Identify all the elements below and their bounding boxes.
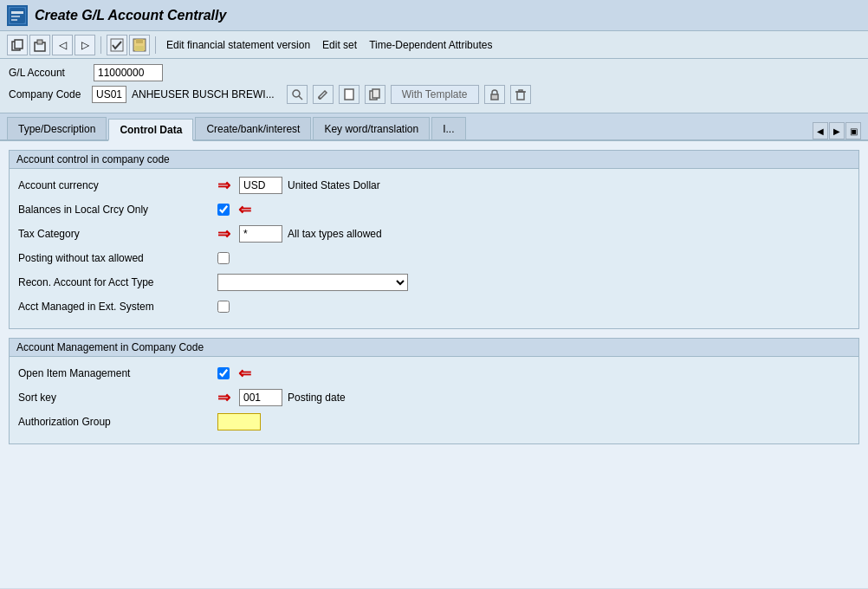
tabs-nav-left[interactable]: ◀	[813, 122, 828, 139]
posting-no-tax-checkbox[interactable]	[217, 252, 230, 264]
svg-rect-20	[517, 92, 524, 100]
svg-rect-10	[136, 39, 143, 43]
gl-account-input[interactable]	[94, 64, 163, 81]
svg-rect-19	[491, 94, 498, 100]
account-management-body: Open Item Management ⇐ Sort key ⇒ Postin…	[10, 357, 858, 443]
tabs-nav-menu[interactable]: ▣	[845, 122, 861, 139]
authorization-group-value	[217, 413, 261, 430]
currency-arrow-right: ⇒	[217, 176, 230, 195]
title-bar: Create G/L Account Centrally	[0, 0, 868, 31]
tabs-nav: ◀ ▶ ▣	[813, 122, 861, 139]
authorization-group-label: Authorization Group	[18, 416, 217, 428]
tab-create-bank-interest[interactable]: Create/bank/interest	[195, 117, 311, 139]
tax-category-input[interactable]	[239, 225, 282, 243]
account-control-section: Account control in company code Account …	[9, 150, 859, 329]
currency-description: United States Dollar	[288, 179, 380, 191]
company-name: ANHEUSER BUSCH BREWI...	[132, 88, 275, 100]
account-management-title: Account Management in Company Code	[10, 339, 858, 357]
recon-account-label: Recon. Account for Acct Type	[18, 276, 217, 288]
authorization-group-row: Authorization Group	[18, 412, 850, 431]
balances-value: ⇐	[217, 200, 251, 219]
open-item-arrow-left: ⇐	[238, 364, 251, 383]
currency-input[interactable]	[239, 177, 282, 194]
svg-point-12	[293, 90, 300, 97]
authorization-group-input[interactable]	[217, 413, 261, 430]
sort-key-arrow-right: ⇒	[217, 388, 230, 407]
sort-key-input[interactable]	[239, 389, 282, 406]
save-btn[interactable]	[129, 35, 150, 55]
account-currency-value: ⇒ United States Dollar	[217, 176, 380, 195]
acct-managed-checkbox[interactable]	[217, 301, 230, 313]
paste-btn[interactable]	[29, 35, 50, 55]
tab-i[interactable]: I...	[431, 117, 465, 139]
redo-btn[interactable]: ▷	[74, 35, 95, 55]
svg-rect-7	[37, 40, 42, 44]
balances-arrow-left: ⇐	[238, 200, 251, 219]
svg-rect-16	[345, 89, 353, 100]
company-code-input[interactable]	[92, 86, 126, 103]
tabs-bar: Type/Description Control Data Create/ban…	[0, 113, 868, 141]
sort-key-label: Sort key	[18, 392, 217, 404]
tab-type-description[interactable]: Type/Description	[7, 117, 107, 139]
account-currency-row: Account currency ⇒ United States Dollar	[18, 176, 850, 195]
time-dependent-btn[interactable]: Time-Dependent Attributes	[364, 37, 497, 53]
gl-account-row: G/L Account	[9, 64, 859, 81]
acct-managed-label: Acct Managed in Ext. System	[18, 301, 217, 313]
account-control-body: Account currency ⇒ United States Dollar …	[10, 169, 858, 328]
check-btn[interactable]	[107, 35, 127, 55]
account-control-title: Account control in company code	[10, 151, 858, 169]
tabs-nav-right[interactable]: ▶	[829, 122, 845, 139]
acct-managed-value	[217, 301, 230, 313]
edit-set-btn[interactable]: Edit set	[317, 37, 362, 53]
sort-key-description: Posting date	[288, 392, 346, 404]
with-template-btn[interactable]: With Template	[391, 85, 479, 104]
lock-btn[interactable]	[484, 85, 505, 104]
account-management-section: Account Management in Company Code Open …	[9, 338, 859, 444]
copy-btn[interactable]	[7, 35, 28, 55]
tax-arrow-right: ⇒	[217, 224, 230, 243]
edit-financial-btn[interactable]: Edit financial statement version	[161, 37, 315, 53]
tax-category-value: ⇒ All tax types allowed	[217, 224, 382, 243]
app-icon	[7, 5, 28, 26]
balances-label: Balances in Local Crcy Only	[18, 204, 217, 216]
delete-btn[interactable]	[510, 85, 531, 104]
undo-btn[interactable]: ◁	[52, 35, 73, 55]
svg-rect-18	[372, 89, 379, 98]
new-doc-btn[interactable]	[339, 85, 360, 104]
tab-control-data[interactable]: Control Data	[108, 119, 193, 141]
company-code-row: Company Code ANHEUSER BUSCH BREWI... Wit…	[9, 85, 859, 104]
balances-checkbox[interactable]	[217, 204, 230, 216]
open-item-row: Open Item Management ⇐	[18, 364, 850, 383]
svg-rect-22	[519, 90, 522, 92]
account-currency-label: Account currency	[18, 179, 217, 191]
page-title: Create G/L Account Centrally	[35, 8, 226, 23]
svg-rect-2	[11, 16, 20, 17]
main-content: Account control in company code Account …	[0, 141, 868, 588]
tab-key-word-translation[interactable]: Key word/translation	[313, 117, 430, 139]
svg-rect-11	[135, 46, 144, 51]
matchcode-btn[interactable]	[287, 85, 308, 104]
company-code-label: Company Code	[9, 88, 87, 100]
svg-rect-1	[11, 11, 23, 14]
open-item-checkbox[interactable]	[217, 367, 230, 379]
separator-1	[100, 36, 101, 54]
open-item-label: Open Item Management	[18, 367, 217, 379]
acct-managed-row: Acct Managed in Ext. System	[18, 297, 850, 316]
open-item-value: ⇐	[217, 364, 251, 383]
edit-btn[interactable]	[313, 85, 334, 104]
copy-doc-btn[interactable]	[365, 85, 385, 104]
tax-category-description: All tax types allowed	[288, 228, 382, 240]
sort-key-value: ⇒ Posting date	[217, 388, 346, 407]
posting-no-tax-label: Posting without tax allowed	[18, 252, 217, 264]
svg-line-13	[299, 96, 302, 100]
tax-category-label: Tax Category	[18, 228, 217, 240]
recon-account-row: Recon. Account for Acct Type	[18, 273, 850, 292]
sort-key-row: Sort key ⇒ Posting date	[18, 388, 850, 407]
posting-no-tax-row: Posting without tax allowed	[18, 249, 850, 268]
recon-account-value	[217, 274, 408, 291]
svg-rect-3	[11, 19, 17, 21]
separator-2	[155, 36, 156, 54]
gl-account-label: G/L Account	[9, 67, 87, 79]
toolbar: ◁ ▷ Edit financial statement version Edi…	[0, 31, 868, 59]
recon-account-select[interactable]	[217, 274, 408, 291]
